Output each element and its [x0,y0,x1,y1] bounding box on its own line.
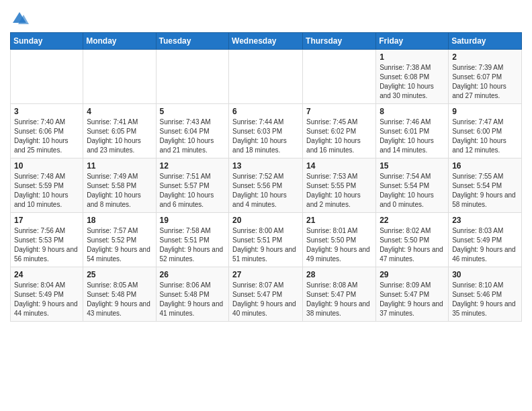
weekday-header-sunday: Sunday [11,33,83,50]
day-number: 3 [14,107,79,116]
calendar-cell: 1Sunrise: 7:38 AM Sunset: 6:08 PM Daylig… [376,50,449,104]
calendar-cell: 28Sunrise: 8:08 AM Sunset: 5:47 PM Dayli… [303,267,376,322]
day-number: 26 [160,270,226,279]
day-number: 12 [160,161,226,171]
day-number: 5 [160,107,226,116]
day-info: Sunrise: 7:40 AM Sunset: 6:06 PM Dayligh… [14,118,79,155]
day-info: Sunrise: 7:58 AM Sunset: 5:51 PM Dayligh… [160,226,226,264]
day-info: Sunrise: 8:07 AM Sunset: 5:47 PM Dayligh… [232,281,299,318]
calendar-cell: 12Sunrise: 7:51 AM Sunset: 5:57 PM Dayli… [156,158,229,213]
calendar-week-5: 24Sunrise: 8:04 AM Sunset: 5:49 PM Dayli… [11,267,522,322]
logo-icon [10,9,29,28]
calendar-cell: 6Sunrise: 7:44 AM Sunset: 6:03 PM Daylig… [229,104,303,158]
calendar-cell [11,50,83,104]
calendar-cell: 27Sunrise: 8:07 AM Sunset: 5:47 PM Dayli… [229,267,303,322]
day-info: Sunrise: 8:06 AM Sunset: 5:48 PM Dayligh… [160,281,226,318]
day-number: 15 [380,161,445,171]
calendar-cell: 29Sunrise: 8:09 AM Sunset: 5:47 PM Dayli… [376,267,449,322]
day-info: Sunrise: 8:05 AM Sunset: 5:48 PM Dayligh… [87,281,152,318]
day-info: Sunrise: 7:57 AM Sunset: 5:52 PM Dayligh… [87,226,152,264]
calendar-cell: 19Sunrise: 7:58 AM Sunset: 5:51 PM Dayli… [156,213,229,267]
weekday-header-monday: Monday [83,33,156,50]
calendar-body: 1Sunrise: 7:38 AM Sunset: 6:08 PM Daylig… [11,50,522,322]
weekday-header-wednesday: Wednesday [229,33,303,50]
calendar-cell: 25Sunrise: 8:05 AM Sunset: 5:48 PM Dayli… [83,267,156,322]
calendar-cell: 26Sunrise: 8:06 AM Sunset: 5:48 PM Dayli… [156,267,229,322]
day-info: Sunrise: 7:56 AM Sunset: 5:53 PM Dayligh… [14,226,79,264]
day-number: 30 [452,270,518,279]
day-info: Sunrise: 7:38 AM Sunset: 6:08 PM Dayligh… [380,63,445,101]
weekday-header-tuesday: Tuesday [156,33,229,50]
day-number: 4 [87,107,152,116]
day-number: 13 [232,161,299,171]
calendar-cell: 13Sunrise: 7:52 AM Sunset: 5:56 PM Dayli… [229,158,303,213]
calendar-cell: 23Sunrise: 8:03 AM Sunset: 5:49 PM Dayli… [449,213,522,267]
calendar-cell: 16Sunrise: 7:55 AM Sunset: 5:54 PM Dayli… [449,158,522,213]
day-info: Sunrise: 8:08 AM Sunset: 5:47 PM Dayligh… [306,281,372,318]
calendar-week-4: 17Sunrise: 7:56 AM Sunset: 5:53 PM Dayli… [11,213,522,267]
calendar-header: SundayMondayTuesdayWednesdayThursdayFrid… [11,33,522,50]
day-number: 14 [306,161,372,171]
day-info: Sunrise: 7:48 AM Sunset: 5:59 PM Dayligh… [14,172,79,210]
day-info: Sunrise: 8:03 AM Sunset: 5:49 PM Dayligh… [452,226,518,264]
day-info: Sunrise: 8:02 AM Sunset: 5:50 PM Dayligh… [380,226,445,264]
day-info: Sunrise: 8:04 AM Sunset: 5:49 PM Dayligh… [14,281,79,318]
calendar-cell: 17Sunrise: 7:56 AM Sunset: 5:53 PM Dayli… [11,213,83,267]
calendar-cell: 4Sunrise: 7:41 AM Sunset: 6:05 PM Daylig… [83,104,156,158]
day-number: 28 [306,270,372,279]
day-info: Sunrise: 7:41 AM Sunset: 6:05 PM Dayligh… [87,118,152,155]
day-number: 29 [380,270,445,279]
day-number: 2 [452,52,518,62]
calendar-cell: 11Sunrise: 7:49 AM Sunset: 5:58 PM Dayli… [83,158,156,213]
day-info: Sunrise: 8:00 AM Sunset: 5:51 PM Dayligh… [232,226,299,264]
weekday-header-friday: Friday [376,33,449,50]
calendar-cell: 2Sunrise: 7:39 AM Sunset: 6:07 PM Daylig… [449,50,522,104]
calendar-cell: 14Sunrise: 7:53 AM Sunset: 5:55 PM Dayli… [303,158,376,213]
day-number: 11 [87,161,152,171]
calendar-week-3: 10Sunrise: 7:48 AM Sunset: 5:59 PM Dayli… [11,158,522,213]
calendar-cell: 18Sunrise: 7:57 AM Sunset: 5:52 PM Dayli… [83,213,156,267]
day-info: Sunrise: 8:01 AM Sunset: 5:50 PM Dayligh… [306,226,372,264]
calendar-cell: 10Sunrise: 7:48 AM Sunset: 5:59 PM Dayli… [11,158,83,213]
weekday-header-saturday: Saturday [449,33,522,50]
day-number: 17 [14,216,79,225]
calendar-cell [156,50,229,104]
calendar-header-row: SundayMondayTuesdayWednesdayThursdayFrid… [11,33,522,50]
day-number: 16 [452,161,518,171]
day-info: Sunrise: 7:49 AM Sunset: 5:58 PM Dayligh… [87,172,152,210]
day-number: 24 [14,270,79,279]
day-number: 8 [380,107,445,116]
calendar-week-2: 3Sunrise: 7:40 AM Sunset: 6:06 PM Daylig… [11,104,522,158]
day-info: Sunrise: 7:39 AM Sunset: 6:07 PM Dayligh… [452,63,518,101]
calendar-cell: 30Sunrise: 8:10 AM Sunset: 5:46 PM Dayli… [449,267,522,322]
day-info: Sunrise: 7:54 AM Sunset: 5:54 PM Dayligh… [380,172,445,210]
day-number: 27 [232,270,299,279]
calendar-cell: 21Sunrise: 8:01 AM Sunset: 5:50 PM Dayli… [303,213,376,267]
calendar-cell: 3Sunrise: 7:40 AM Sunset: 6:06 PM Daylig… [11,104,83,158]
logo [10,9,30,28]
day-number: 9 [452,107,518,116]
day-info: Sunrise: 7:43 AM Sunset: 6:04 PM Dayligh… [160,118,226,155]
day-number: 20 [232,216,299,225]
calendar-cell: 5Sunrise: 7:43 AM Sunset: 6:04 PM Daylig… [156,104,229,158]
day-number: 18 [87,216,152,225]
day-info: Sunrise: 7:52 AM Sunset: 5:56 PM Dayligh… [232,172,299,210]
day-number: 1 [380,52,445,62]
day-info: Sunrise: 7:55 AM Sunset: 5:54 PM Dayligh… [452,172,518,210]
day-number: 19 [160,216,226,225]
calendar-cell: 9Sunrise: 7:47 AM Sunset: 6:00 PM Daylig… [449,104,522,158]
day-number: 10 [14,161,79,171]
day-info: Sunrise: 8:10 AM Sunset: 5:46 PM Dayligh… [452,281,518,318]
calendar-cell: 15Sunrise: 7:54 AM Sunset: 5:54 PM Dayli… [376,158,449,213]
calendar-cell [229,50,303,104]
day-info: Sunrise: 7:51 AM Sunset: 5:57 PM Dayligh… [160,172,226,210]
calendar-table: SundayMondayTuesdayWednesdayThursdayFrid… [10,32,522,322]
calendar-week-1: 1Sunrise: 7:38 AM Sunset: 6:08 PM Daylig… [11,50,522,104]
calendar-cell: 7Sunrise: 7:45 AM Sunset: 6:02 PM Daylig… [303,104,376,158]
calendar-cell [303,50,376,104]
day-number: 25 [87,270,152,279]
calendar-cell: 20Sunrise: 8:00 AM Sunset: 5:51 PM Dayli… [229,213,303,267]
calendar-cell: 24Sunrise: 8:04 AM Sunset: 5:49 PM Dayli… [11,267,83,322]
day-info: Sunrise: 7:44 AM Sunset: 6:03 PM Dayligh… [232,118,299,155]
day-info: Sunrise: 7:53 AM Sunset: 5:55 PM Dayligh… [306,172,372,210]
